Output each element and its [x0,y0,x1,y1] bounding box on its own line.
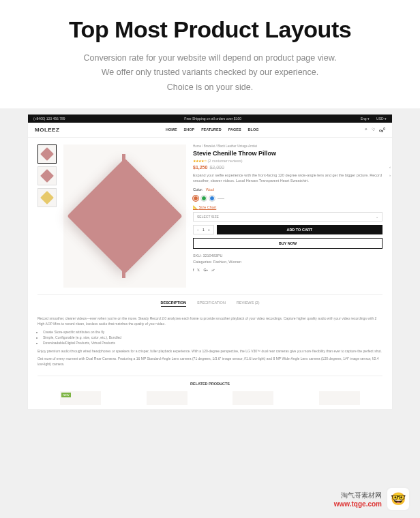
product-tabs: DESCRIPTION SPECIFICATION REVIEWS (2) [38,294,382,309]
tab-description[interactable]: DESCRIPTION [161,301,187,307]
product-rating: ★★★★☆ (2 customer reviews) [193,159,382,163]
color-swatches: Color: Wool [193,187,382,192]
wishlist-icon[interactable]: ♡ [372,127,375,133]
facebook-icon[interactable]: f [193,268,194,273]
qty-minus[interactable]: − [197,228,199,232]
related-products: NEW [28,391,392,409]
tab-specification[interactable]: SPECIFICATION [197,301,226,307]
related-item[interactable]: NEW [60,391,101,405]
related-item[interactable] [319,391,360,405]
short-description: Expand your selfie experience with the f… [193,172,382,184]
buy-now-button[interactable]: BUY NOW [193,238,382,249]
logo[interactable]: MOLEEZ [35,127,59,133]
watermark-logo: 🤓 [386,487,410,511]
search-icon[interactable]: ⌕ [365,127,368,133]
thumbnail-list [38,144,57,288]
currency-switch[interactable]: USD ▾ [376,117,387,121]
hero-subtitle: Conversion rate for your website will de… [27,51,393,95]
thumb-3[interactable] [38,188,57,207]
nav-featured[interactable]: FEATURED [201,127,222,132]
prev-product-icon[interactable]: ‹ [389,165,391,169]
swatch-3[interactable] [209,196,215,201]
product-meta: SKU: 3210483PU Categories: Fashion, Wome… [193,253,382,265]
next-product-icon[interactable]: › [389,173,391,177]
tab-reviews[interactable]: REVIEWS (2) [237,301,260,307]
related-item[interactable] [147,391,188,405]
topbar-promo: Free Shipping on all orders over $100 [184,117,241,121]
nav-shop[interactable]: SHOP [184,127,195,132]
cart-icon[interactable]: 🛍0 [379,127,385,133]
related-item[interactable] [232,391,273,405]
swatch-2[interactable] [201,196,207,201]
twitter-icon[interactable]: 𝕏 [197,268,200,273]
product-page-screenshot: (+8400) 123 456 789 Free Shipping on all… [27,114,393,410]
pinterest-icon[interactable]: 𝒫 [211,268,214,273]
nav-pages[interactable]: PAGES [228,127,241,132]
size-select[interactable]: SELECT SIZE⌄ [193,212,382,222]
product-gallery[interactable] [63,144,186,288]
thumb-2[interactable] [38,166,57,185]
thumb-1[interactable] [38,144,57,164]
lang-switch[interactable]: Eng ▾ [361,117,370,121]
qty-plus[interactable]: + [208,228,210,232]
add-to-cart-button[interactable]: ADD TO CART [217,225,382,234]
topbar-phone: (+8400) 123 456 789 [33,117,65,121]
product-title: Stevie Chenille Throw Pillow [193,150,382,157]
related-title: RELATED PRODUCTS [38,376,382,391]
header: MOLEEZ HOME SHOP FEATURED PAGES BLOG ⌕ ♡… [28,123,392,138]
nav-blog[interactable]: BLOG [248,127,259,132]
hero-title: Top Most Product Layouts [27,16,393,43]
product-info: ‹ › Home / Bracelet / Black Leather Vint… [193,144,382,288]
nav-home[interactable]: HOME [166,127,177,132]
topbar: (+8400) 123 456 789 Free Shipping on all… [28,115,392,123]
breadcrumb[interactable]: Home / Bracelet / Black Leather Vintage … [193,144,382,148]
google-plus-icon[interactable]: G+ [203,268,208,273]
chevron-down-icon: ⌄ [376,215,378,219]
product-price: $1,250$2,000 [193,165,382,170]
watermark: 淘气哥素材网 www.tqge.com 🤓 [334,487,410,511]
swatch-1[interactable] [193,196,198,201]
main-nav: HOME SHOP FEATURED PAGES BLOG [166,127,258,132]
description-body: Record smoother, clearer videos—even whe… [28,309,392,376]
size-chart-link[interactable]: 📐 Size Chart [193,205,382,209]
quantity-stepper[interactable]: − 1 + [193,225,214,234]
